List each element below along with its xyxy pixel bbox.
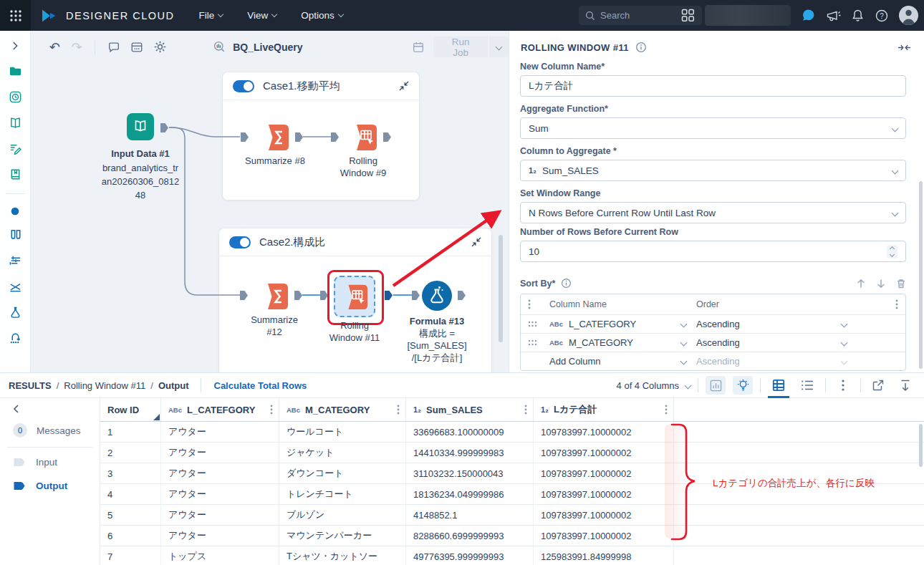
cell[interactable]: 49776395.999999993 xyxy=(406,546,534,565)
cell[interactable]: トレンチコート xyxy=(279,484,406,504)
flow-name[interactable]: BQ_LiveQuery xyxy=(213,40,302,54)
cell[interactable]: 109783997.10000002 xyxy=(534,484,674,504)
output-anchor-selected[interactable] xyxy=(385,291,393,300)
panel-scrollbar[interactable] xyxy=(919,181,923,369)
move-down-icon[interactable] xyxy=(876,279,886,289)
run-job-button[interactable]: Run Job xyxy=(433,37,488,57)
new-column-name-input[interactable] xyxy=(529,81,897,92)
cell[interactable]: ウールコート xyxy=(279,422,406,442)
cell[interactable]: 6 xyxy=(100,526,161,546)
calculate-total-rows-link[interactable]: Calculate Total Rows xyxy=(214,380,307,391)
move-up-icon[interactable] xyxy=(856,279,866,289)
node-summarize-12[interactable] xyxy=(259,281,289,311)
cell[interactable]: アウター xyxy=(161,422,279,442)
tab-messages[interactable]: 0 Messages xyxy=(0,417,100,444)
cell[interactable]: 109783997.10000002 xyxy=(534,443,674,463)
input-anchor[interactable] xyxy=(241,132,249,142)
output-anchor[interactable] xyxy=(160,123,168,132)
cell[interactable]: マウンテンパーカー xyxy=(279,526,406,546)
rows-tool-icon[interactable] xyxy=(9,254,22,268)
kebab-icon[interactable] xyxy=(397,405,400,415)
add-column-select[interactable]: Add Column xyxy=(549,356,696,367)
node-rolling-window-9[interactable] xyxy=(348,122,378,152)
run-job-menu-button[interactable] xyxy=(489,37,509,57)
aggregate-function-select[interactable]: Sum xyxy=(520,117,906,139)
cell[interactable]: 8288660.6999999993 xyxy=(406,526,534,546)
menu-file[interactable]: File xyxy=(199,10,223,21)
container-button[interactable] xyxy=(129,38,145,57)
new-column-name-field[interactable] xyxy=(520,75,906,97)
drag-handle-icon[interactable] xyxy=(528,339,537,346)
profile-chart-button[interactable] xyxy=(706,376,726,395)
grid-view-tab[interactable] xyxy=(768,373,789,398)
schedule-tool-icon[interactable] xyxy=(9,90,22,104)
cell[interactable]: アウター xyxy=(161,526,279,546)
input-tools-folder-icon[interactable] xyxy=(9,64,22,78)
compare-tool-icon[interactable] xyxy=(9,228,22,242)
stepper-down-icon[interactable] xyxy=(890,251,895,256)
grid-scrollbar[interactable] xyxy=(919,424,923,467)
select-tool-icon[interactable] xyxy=(10,206,20,216)
cell[interactable]: ブルゾン xyxy=(279,505,406,525)
union-tool-icon[interactable] xyxy=(9,332,22,345)
dataset-tool-icon[interactable] xyxy=(9,116,22,130)
header-l-catefgory[interactable]: ABc L_CATEFGORY xyxy=(161,398,279,421)
cell[interactable]: アウター xyxy=(161,443,279,463)
header-sum-sales[interactable]: 1₂ Sum_SALES xyxy=(406,398,534,421)
window-range-select[interactable]: N Rows Before Current Row Until Last Row xyxy=(520,202,906,223)
undo-button[interactable]: ↶ xyxy=(47,38,63,57)
header-lcate-total[interactable]: 1₂ Lカテ合計 xyxy=(534,398,674,421)
workspace-name-redacted[interactable] xyxy=(705,5,791,26)
cell[interactable]: アウター xyxy=(161,463,279,483)
sort-column-select[interactable]: ABc L_CATEFGORY xyxy=(549,319,696,329)
menu-view[interactable]: View xyxy=(247,10,276,21)
waffle-menu-button[interactable] xyxy=(0,0,31,31)
kebab-icon[interactable] xyxy=(270,405,273,415)
cell[interactable]: 109783997.10000002 xyxy=(534,526,674,546)
cell[interactable]: アウター xyxy=(161,484,279,504)
collapse-results-button[interactable] xyxy=(895,376,915,395)
delete-icon[interactable] xyxy=(896,279,906,289)
avatar[interactable] xyxy=(899,6,918,25)
cleanse-tool-icon[interactable] xyxy=(9,280,22,294)
cell[interactable]: 3 xyxy=(100,463,161,483)
collapse-panel-icon[interactable] xyxy=(897,43,911,52)
node-summarize-8[interactable] xyxy=(260,122,290,152)
input-anchor[interactable] xyxy=(320,291,328,300)
sort-order-select[interactable]: Ascending xyxy=(696,319,898,329)
cell[interactable]: 1 xyxy=(100,422,161,442)
edit-tool-icon[interactable] xyxy=(9,142,22,155)
insights-button[interactable] xyxy=(733,376,753,395)
output-anchor[interactable] xyxy=(383,132,391,142)
node-formula-13[interactable] xyxy=(421,280,453,312)
cell[interactable]: 33696683.100000009 xyxy=(406,422,534,442)
canvas-scrollbar[interactable] xyxy=(499,235,503,342)
drag-handle-icon[interactable] xyxy=(528,321,537,327)
collapse-sidebar-icon[interactable] xyxy=(11,404,21,414)
cell[interactable]: 18136234.049999986 xyxy=(406,484,534,504)
input-anchor[interactable] xyxy=(240,291,248,300)
output-anchor[interactable] xyxy=(458,291,466,300)
cell[interactable]: 14410334.999999983 xyxy=(406,443,534,463)
cell[interactable]: 4148852.1 xyxy=(406,505,534,525)
sort-order-select[interactable]: Ascending xyxy=(696,337,898,348)
cell[interactable]: トップス xyxy=(161,546,279,565)
sort-column-select[interactable]: ABc M_CATEGORY xyxy=(549,337,696,348)
cell[interactable]: ジャケット xyxy=(279,443,406,463)
output-anchor[interactable] xyxy=(294,291,302,300)
cell[interactable]: 2 xyxy=(100,443,161,463)
list-view-tab[interactable] xyxy=(797,373,818,398)
tab-input[interactable]: Input xyxy=(0,450,100,474)
redo-button[interactable]: ↷ xyxy=(69,38,85,57)
chat-bubble-icon[interactable] xyxy=(801,8,816,23)
output-anchor[interactable] xyxy=(295,132,303,142)
breadcrumb-output[interactable]: Output xyxy=(158,380,189,391)
comment-button[interactable] xyxy=(105,38,122,57)
tab-output[interactable]: Output xyxy=(0,474,100,498)
reference-tool-icon[interactable] xyxy=(9,168,22,181)
cell[interactable]: 31103232.150000043 xyxy=(406,463,534,483)
cell[interactable]: 7 xyxy=(100,546,161,565)
stepper-up-icon[interactable] xyxy=(890,246,895,251)
help-icon[interactable]: ? xyxy=(875,9,889,23)
columns-selector[interactable]: 4 of 4 Columns xyxy=(617,380,690,391)
